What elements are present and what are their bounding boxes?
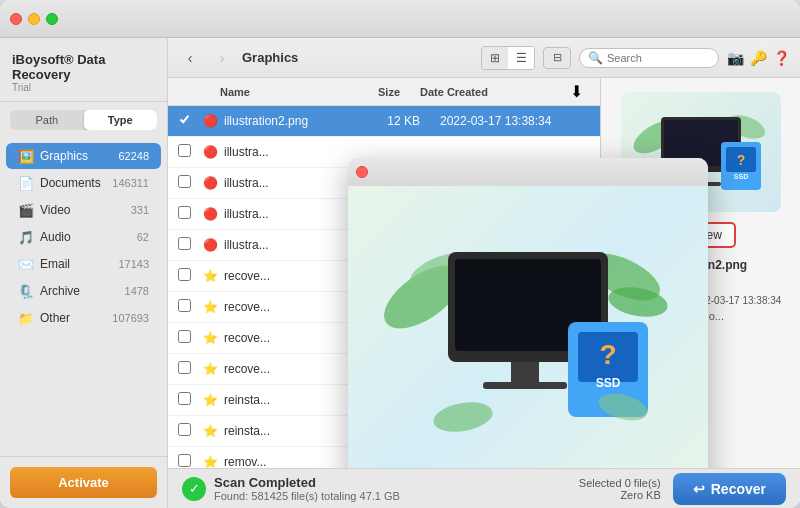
selected-info: Selected 0 file(s) Zero KB [579, 477, 661, 501]
row-checkbox[interactable] [178, 422, 200, 440]
other-count: 107693 [112, 312, 149, 324]
file-name: recove... [224, 269, 360, 283]
maximize-button[interactable] [46, 13, 58, 25]
file-type-icon: 🔴 [200, 204, 220, 224]
filter-button[interactable]: ⊟ [543, 47, 571, 69]
sidebar-item-documents[interactable]: 📄 Documents 146311 [6, 170, 161, 196]
toolbar-title: Graphics [242, 50, 473, 65]
minimize-button[interactable] [28, 13, 40, 25]
activate-button[interactable]: Activate [10, 467, 157, 498]
view-toggle: ⊞ ☰ [481, 46, 535, 70]
row-checkbox[interactable] [178, 453, 200, 468]
header-size: Size [340, 86, 420, 98]
file-name: illustra... [224, 238, 360, 252]
email-label: Email [40, 257, 118, 271]
graphics-count: 62248 [118, 150, 149, 162]
title-bar [0, 0, 800, 38]
help-button[interactable]: ❓ [773, 50, 790, 66]
search-input[interactable] [607, 52, 710, 64]
row-checkbox[interactable] [178, 112, 200, 130]
file-type-icon: 🔴 [200, 142, 220, 162]
other-label: Other [40, 311, 112, 325]
file-date: 2022-03-17 13:38:34 [440, 114, 590, 128]
sidebar-item-other[interactable]: 📁 Other 107693 [6, 305, 161, 331]
email-icon: ✉️ [18, 256, 34, 272]
email-count: 17143 [118, 258, 149, 270]
row-checkbox[interactable] [178, 360, 200, 378]
file-name: reinsta... [224, 424, 360, 438]
sidebar-items: 🖼️ Graphics 62248 📄 Documents 146311 🎬 V… [0, 138, 167, 456]
recover-label: Recover [711, 481, 766, 497]
sidebar: iBoysoft® Data Recovery Trial Path Type … [0, 38, 168, 508]
toolbar: ‹ › Graphics ⊞ ☰ ⊟ 🔍 📷 🔑 ❓ [168, 38, 800, 78]
documents-count: 146311 [112, 177, 149, 189]
file-type-icon: 🔴 [200, 235, 220, 255]
header-extra: ⬇ [570, 82, 590, 101]
documents-label: Documents [40, 176, 112, 190]
camera-button[interactable]: 📷 [727, 50, 744, 66]
file-name: illustra... [224, 145, 360, 159]
popup-header [348, 158, 708, 186]
row-checkbox[interactable] [178, 174, 200, 192]
selected-size: Zero KB [579, 489, 661, 501]
traffic-lights [10, 13, 58, 25]
graphics-label: Graphics [40, 149, 118, 163]
status-bar-right: Selected 0 file(s) Zero KB ↩ Recover [579, 473, 786, 505]
file-type-icon: ⭐ [200, 421, 220, 441]
back-button[interactable]: ‹ [178, 46, 202, 70]
sidebar-item-archive[interactable]: 🗜️ Archive 1478 [6, 278, 161, 304]
scan-complete-icon: ✓ [182, 477, 206, 501]
row-checkbox[interactable] [178, 143, 200, 161]
forward-button[interactable]: › [210, 46, 234, 70]
main-area: ‹ › Graphics ⊞ ☰ ⊟ 🔍 📷 🔑 ❓ [168, 38, 800, 508]
app-name: iBoysoft® Data Recovery [12, 52, 155, 82]
file-name: reinsta... [224, 393, 360, 407]
tab-type[interactable]: Type [84, 110, 158, 130]
sidebar-footer: Activate [0, 456, 167, 508]
file-row[interactable]: 🔴 illustration2.png 12 KB 2022-03-17 13:… [168, 106, 600, 137]
file-type-icon: ⭐ [200, 297, 220, 317]
sidebar-header: iBoysoft® Data Recovery Trial [0, 38, 167, 102]
recover-button[interactable]: ↩ Recover [673, 473, 786, 505]
archive-count: 1478 [125, 285, 149, 297]
file-type-icon: ⭐ [200, 328, 220, 348]
sidebar-item-graphics[interactable]: 🖼️ Graphics 62248 [6, 143, 161, 169]
video-label: Video [40, 203, 131, 217]
row-checkbox[interactable] [178, 267, 200, 285]
tab-path[interactable]: Path [10, 110, 84, 130]
close-button[interactable] [10, 13, 22, 25]
sidebar-item-audio[interactable]: 🎵 Audio 62 [6, 224, 161, 250]
popup-illustration: ? SSD [383, 217, 673, 467]
graphics-icon: 🖼️ [18, 148, 34, 164]
svg-rect-16 [511, 362, 539, 384]
row-checkbox[interactable] [178, 205, 200, 223]
sidebar-item-video[interactable]: 🎬 Video 331 [6, 197, 161, 223]
documents-icon: 📄 [18, 175, 34, 191]
sidebar-tabs: Path Type [10, 110, 157, 130]
key-button[interactable]: 🔑 [750, 50, 767, 66]
row-checkbox[interactable] [178, 236, 200, 254]
file-type-icon: ⭐ [200, 390, 220, 410]
list-view-button[interactable]: ☰ [508, 47, 534, 69]
search-box: 🔍 [579, 48, 719, 68]
search-icon: 🔍 [588, 51, 603, 65]
sidebar-item-email[interactable]: ✉️ Email 17143 [6, 251, 161, 277]
file-name: illustra... [224, 176, 360, 190]
recover-icon: ↩ [693, 481, 705, 497]
header-date: Date Created [420, 86, 570, 98]
scan-title: Scan Completed [214, 475, 400, 490]
popup-close-button[interactable] [356, 166, 368, 178]
file-type-icon: 🔴 [200, 111, 220, 131]
file-name: recove... [224, 362, 360, 376]
svg-text:?: ? [736, 152, 745, 168]
audio-count: 62 [137, 231, 149, 243]
video-count: 331 [131, 204, 149, 216]
preview-popup: ? SSD [348, 158, 708, 468]
row-checkbox[interactable] [178, 298, 200, 316]
app-trial: Trial [12, 82, 155, 93]
row-checkbox[interactable] [178, 391, 200, 409]
file-name: illustration2.png [224, 114, 360, 128]
scan-text: Scan Completed Found: 581425 file(s) tot… [214, 475, 400, 502]
row-checkbox[interactable] [178, 329, 200, 347]
grid-view-button[interactable]: ⊞ [482, 47, 508, 69]
